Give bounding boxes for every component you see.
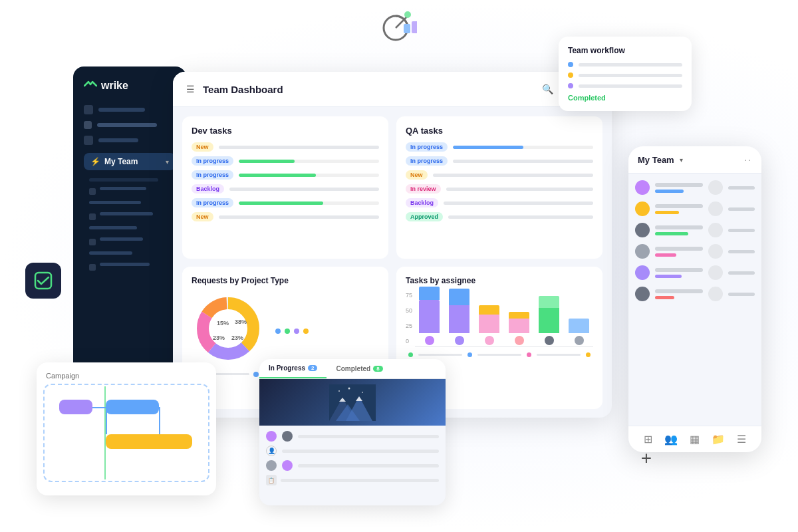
- avatar-icon: 👤: [266, 446, 277, 456]
- avatar: [708, 201, 723, 216]
- svg-point-12: [209, 310, 247, 347]
- member-lines: [655, 268, 703, 278]
- avatar: [708, 223, 723, 237]
- footer-icon-folder[interactable]: 📁: [712, 433, 725, 446]
- list-item: 👤: [266, 446, 439, 456]
- workflow-completed-label: Completed: [568, 94, 682, 102]
- avatar: [635, 287, 650, 301]
- tab-inprogress[interactable]: In Progress 2: [259, 359, 327, 378]
- list-item: [635, 287, 755, 301]
- team-workflow-card: Team workflow Completed: [559, 37, 692, 111]
- footer-icon-calendar[interactable]: ▦: [690, 433, 700, 446]
- list-item: [635, 244, 755, 259]
- task-badge: In review: [406, 184, 441, 194]
- qa-tasks-title: QA tasks: [406, 126, 593, 136]
- list-item: [635, 265, 755, 280]
- workflow-line: [579, 74, 682, 77]
- campaign-title: Campaign: [46, 372, 207, 380]
- sidebar-sub-items: [84, 178, 176, 271]
- campaign-node-blue: [106, 400, 159, 414]
- task-badge: Approved: [406, 212, 443, 221]
- sidebar: wrike ⚡ My Team ▾: [73, 66, 186, 386]
- svg-point-2: [404, 11, 411, 18]
- tab-completed[interactable]: Completed 8: [327, 359, 392, 378]
- task-line: [298, 435, 439, 438]
- workflow-dot: [568, 83, 573, 88]
- task-row: New: [192, 142, 379, 152]
- task-row: In review: [406, 184, 593, 194]
- y-axis-labels: 75 50 25 0: [406, 292, 412, 345]
- list-item: 📋: [266, 475, 439, 485]
- avatar: [708, 287, 723, 301]
- task-badge: Backlog: [406, 198, 438, 207]
- campaign-border: [43, 384, 209, 482]
- campaign-canvas: [46, 386, 207, 479]
- workflow-dot: [568, 62, 573, 67]
- logo-text: wrike: [101, 80, 128, 92]
- member-lines: [655, 225, 703, 235]
- avatar: [708, 244, 723, 259]
- requests-chart-title: Requests by Project Type: [192, 276, 379, 285]
- connector-line: [92, 407, 106, 408]
- myteam-footer: ⊞ 👥 ▦ 📁 ☰: [628, 426, 761, 452]
- bar-col: [535, 280, 563, 345]
- task-row: In progress: [192, 198, 379, 207]
- team-icon: ⚡: [90, 157, 100, 166]
- avatar: [282, 460, 293, 471]
- tasks-mini-tabs: In Progress 2 Completed 8: [259, 359, 446, 379]
- campaign-node-yellow: [106, 434, 192, 449]
- search-icon[interactable]: 🔍: [542, 84, 553, 94]
- task-line: [298, 464, 439, 467]
- donut-dots: [275, 323, 309, 334]
- task-badge: In progress: [406, 142, 448, 152]
- task-badge: New: [192, 142, 213, 152]
- dashboard-header: ☰ Team Dashboard 🔍 +: [173, 72, 612, 107]
- checkbox-widget: [25, 263, 61, 299]
- tab-inprogress-label: In Progress: [269, 364, 305, 372]
- my-team-button[interactable]: ⚡ My Team ▾: [84, 153, 176, 170]
- task-row: Approved: [406, 212, 593, 221]
- avatar: [635, 223, 650, 237]
- avatar: [635, 201, 650, 216]
- myteam-card: My Team ▾ ··: [628, 146, 761, 452]
- svg-text:38%: 38%: [235, 319, 247, 325]
- task-badge: Backlog: [192, 184, 224, 194]
- svg-point-20: [348, 387, 350, 389]
- task-badge: In progress: [192, 156, 233, 166]
- avatar: [635, 180, 650, 195]
- myteam-chevron: ▾: [680, 156, 683, 164]
- sidebar-nav-grid[interactable]: [84, 121, 176, 129]
- svg-point-19: [338, 390, 340, 392]
- tab-completed-badge: 8: [373, 366, 382, 372]
- task-badge: New: [192, 212, 213, 221]
- footer-icon-menu[interactable]: ☰: [737, 433, 746, 446]
- menu-icon: ☰: [186, 84, 195, 94]
- sidebar-nav-folder[interactable]: [84, 136, 176, 145]
- avatar: [282, 431, 293, 442]
- member-lines: [655, 204, 703, 214]
- svg-point-21: [362, 392, 363, 393]
- bar-col: [505, 280, 533, 345]
- dev-tasks-title: Dev tasks: [192, 126, 379, 136]
- chart-icon: [381, 7, 417, 50]
- campaign-node-purple: [59, 400, 92, 414]
- avatar: [635, 265, 650, 280]
- task-badge: New: [406, 170, 428, 180]
- sidebar-nav-home[interactable]: [84, 105, 176, 114]
- myteam-header: My Team ▾ ··: [628, 146, 761, 174]
- svg-text:23%: 23%: [231, 334, 243, 341]
- qa-tasks-panel: QA tasks In progress In progress New In …: [396, 116, 602, 259]
- task-line: [282, 450, 439, 453]
- myteam-body: [628, 174, 761, 315]
- workflow-row: [568, 83, 682, 88]
- task-badge: In progress: [406, 156, 448, 166]
- connector-line: [106, 407, 107, 434]
- task-row: In progress: [192, 170, 379, 180]
- list-item: [266, 460, 439, 471]
- workflow-row: [568, 72, 682, 78]
- bar-col: [445, 280, 473, 345]
- task-row: New: [192, 212, 379, 221]
- footer-icon-grid[interactable]: ⊞: [644, 433, 652, 446]
- list-item: [635, 201, 755, 216]
- footer-icon-people[interactable]: 👥: [664, 433, 678, 446]
